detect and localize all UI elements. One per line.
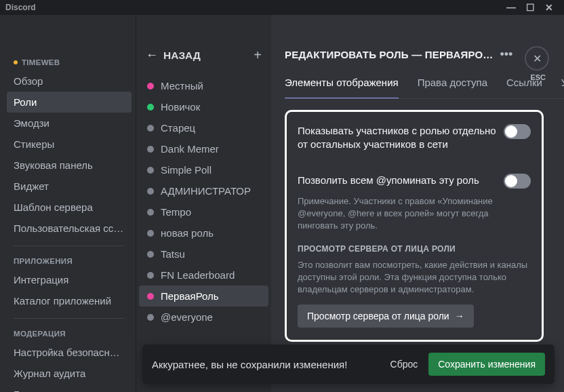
- role-label: Dank Memer: [161, 143, 219, 155]
- role-item[interactable]: Tempo: [139, 201, 268, 222]
- role-label: Местный: [161, 80, 203, 92]
- mentionable-toggle[interactable]: ✕: [504, 174, 531, 189]
- hoist-toggle[interactable]: ✕: [504, 124, 531, 139]
- more-options-icon[interactable]: •••: [500, 47, 512, 62]
- divider: [14, 318, 125, 319]
- divider: [14, 246, 125, 246]
- settings-sidebar: TIMEWEB Обзор Роли Эмодзи Стикеры Звуков…: [0, 15, 136, 392]
- role-label: Старец: [161, 122, 195, 134]
- app-name: Discord: [5, 3, 36, 12]
- sidebar-item-bans[interactable]: Баны: [7, 384, 132, 392]
- sidebar-item-app-directory[interactable]: Каталог приложений: [7, 290, 132, 311]
- role-color-dot: [147, 167, 154, 174]
- role-item[interactable]: ПерваяРоль: [139, 286, 268, 307]
- dot-icon: [14, 60, 18, 64]
- reset-button[interactable]: Сброс: [390, 359, 418, 370]
- maximize-icon[interactable]: ☐: [521, 3, 540, 12]
- role-color-dot: [147, 314, 154, 321]
- role-color-dot: [147, 146, 154, 153]
- role-label: @everyone: [161, 311, 213, 323]
- back-arrow-icon[interactable]: ←: [146, 48, 158, 62]
- role-color-dot: [147, 188, 154, 195]
- sidebar-item-integrations[interactable]: Интеграция: [7, 269, 132, 290]
- role-color-dot: [147, 230, 154, 237]
- tabs: Элементы отображения Права доступа Ссылк…: [285, 77, 564, 99]
- role-label: ПерваяРоль: [161, 290, 219, 302]
- unsaved-message: Аккуратнее, вы не сохранили изменения!: [152, 359, 380, 370]
- role-color-dot: [147, 209, 154, 216]
- view-as-role-heading: ПРОСМОТР СЕРВЕРА ОТ ЛИЦА РОЛИ: [298, 244, 531, 254]
- minimize-icon[interactable]: —: [502, 3, 521, 12]
- add-role-icon[interactable]: +: [254, 47, 262, 63]
- role-label: новая роль: [161, 227, 214, 239]
- arrow-right-icon: →: [455, 311, 464, 321]
- x-icon: ✕: [507, 176, 514, 186]
- esc-label: ESC: [530, 73, 546, 81]
- mentionable-note: Примечание. Участники с правом «Упоминан…: [298, 195, 531, 233]
- role-item[interactable]: Simple Poll: [139, 159, 268, 180]
- role-label: Simple Poll: [161, 164, 212, 176]
- role-label: Tempo: [161, 206, 191, 218]
- role-color-dot: [147, 104, 154, 111]
- sidebar-category-server: TIMEWEB: [14, 58, 125, 66]
- role-item[interactable]: Старец: [139, 117, 268, 138]
- sidebar-category-apps: ПРИЛОЖЕНИЯ: [14, 257, 125, 265]
- unsaved-changes-bar: Аккуратнее, вы не сохранили изменения! С…: [142, 345, 555, 384]
- role-item[interactable]: Новичок: [139, 96, 268, 117]
- tab-display[interactable]: Элементы отображения: [285, 77, 399, 99]
- role-item[interactable]: FN Leaderboard: [139, 264, 268, 286]
- role-item[interactable]: Dank Memer: [139, 138, 268, 159]
- sidebar-item-audit-log[interactable]: Журнал аудита: [7, 363, 132, 384]
- sidebar-item-roles[interactable]: Роли: [7, 92, 132, 113]
- role-label: Tatsu: [161, 248, 185, 260]
- tab-permissions[interactable]: Права доступа: [418, 77, 487, 98]
- close-icon[interactable]: ✕: [540, 3, 559, 12]
- roles-list-panel: ← НАЗАД + МестныйНовичокСтарецDank Memer…: [136, 15, 271, 392]
- back-label[interactable]: НАЗАД: [163, 50, 201, 62]
- tab-members[interactable]: Уп: [561, 77, 564, 98]
- sidebar-category-moderation: МОДЕРАЦИЯ: [14, 330, 125, 338]
- sidebar-item-template[interactable]: Шаблон сервера: [7, 197, 132, 218]
- view-as-role-button[interactable]: Просмотр сервера от лица роли →: [298, 305, 474, 328]
- save-button[interactable]: Сохранить изменения: [428, 353, 545, 376]
- role-editor-panel: РЕДАКТИРОВАТЬ РОЛЬ — ПЕРВАЯРО… ••• ✕ ESC…: [271, 15, 564, 392]
- role-color-dot: [147, 83, 154, 90]
- role-color-dot: [147, 251, 154, 258]
- sidebar-item-soundboard[interactable]: Звуковая панель: [7, 155, 132, 176]
- role-item[interactable]: АДМИНИСТРАТОР: [139, 180, 268, 201]
- view-as-role-desc: Это позволит вам посмотреть, какие дейст…: [298, 259, 531, 296]
- role-color-dot: [147, 293, 154, 300]
- role-label: АДМИНИСТРАТОР: [161, 185, 251, 197]
- sidebar-item-overview[interactable]: Обзор: [7, 71, 132, 92]
- role-item[interactable]: Tatsu: [139, 243, 268, 264]
- role-item[interactable]: Местный: [139, 75, 268, 96]
- sidebar-item-custom-link[interactable]: Пользовательская сс…: [7, 218, 132, 239]
- role-color-dot: [147, 272, 154, 279]
- titlebar: Discord — ☐ ✕: [0, 0, 564, 15]
- mentionable-toggle-label: Позволить всем @упоминать эту роль: [298, 174, 497, 187]
- role-item[interactable]: @everyone: [139, 307, 268, 328]
- role-item[interactable]: новая роль: [139, 222, 268, 243]
- sidebar-item-stickers[interactable]: Стикеры: [7, 134, 132, 155]
- x-icon: ✕: [507, 127, 514, 136]
- page-title: РЕДАКТИРОВАТЬ РОЛЬ — ПЕРВАЯРО…: [285, 49, 493, 60]
- close-button[interactable]: ✕: [525, 46, 549, 71]
- sidebar-item-safety[interactable]: Настройка безопасно…: [7, 342, 132, 363]
- sidebar-item-emoji[interactable]: Эмодзи: [7, 113, 132, 134]
- sidebar-item-widget[interactable]: Виджет: [7, 176, 132, 197]
- role-color-dot: [147, 125, 154, 132]
- settings-highlight-box: Показывать участников с ролью отдельно о…: [285, 110, 544, 342]
- role-label: FN Leaderboard: [161, 269, 235, 281]
- hoist-toggle-label: Показывать участников с ролью отдельно о…: [298, 124, 497, 152]
- role-label: Новичок: [161, 101, 200, 113]
